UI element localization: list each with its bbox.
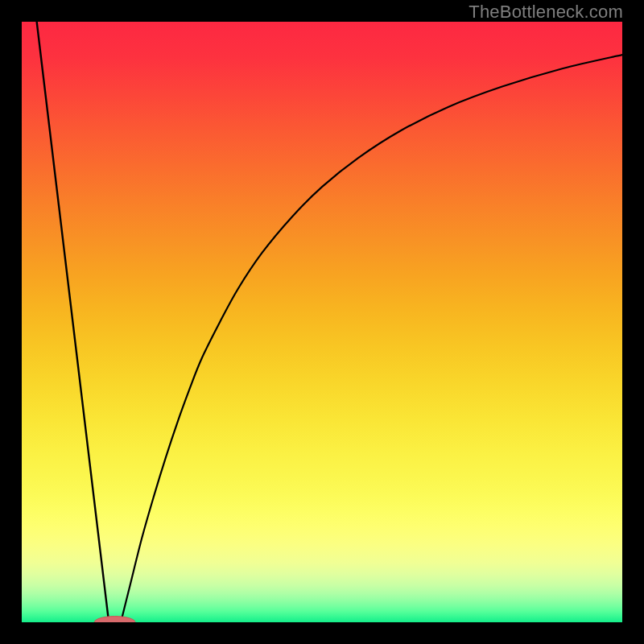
watermark-text: TheBottleneck.com [469, 2, 623, 23]
chart-frame [22, 22, 622, 622]
chart-svg [22, 22, 622, 622]
gradient-background [22, 22, 622, 622]
